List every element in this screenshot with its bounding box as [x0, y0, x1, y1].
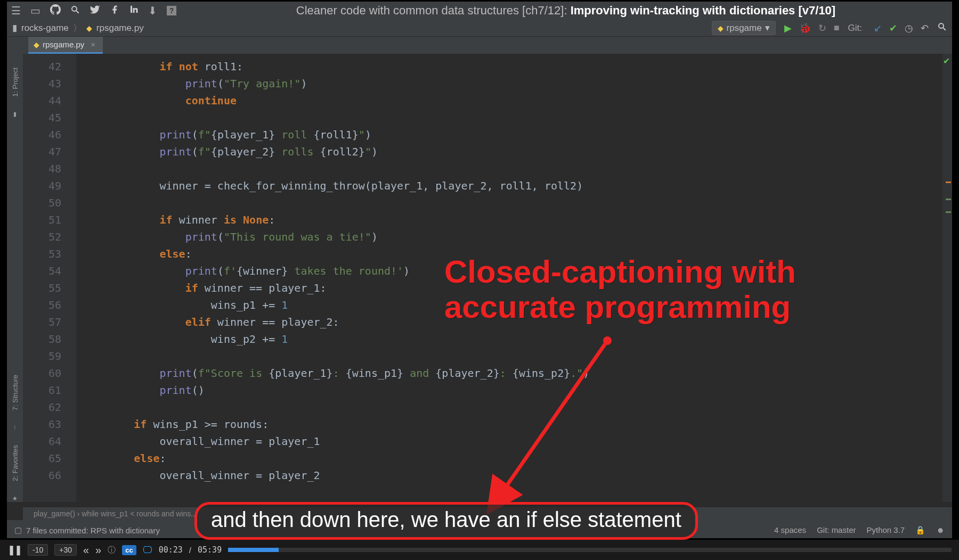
line-number: 59	[23, 348, 61, 365]
code-line	[83, 160, 942, 177]
code-line: overall_winner = player_1	[83, 433, 942, 450]
pause-button[interactable]: ❚❚	[7, 544, 21, 556]
help-icon[interactable]: ?	[167, 6, 176, 15]
code-breadcrumb-text: play_game() › while wins_p1 < rounds and…	[34, 509, 197, 518]
git-branch-status[interactable]: Git: master	[817, 525, 856, 535]
linkedin-icon[interactable]	[129, 5, 139, 17]
line-number: 46	[23, 126, 61, 143]
line-number: 64	[23, 433, 61, 450]
title-main: Improving win-tracking with dictionaries…	[571, 4, 836, 17]
progress-bar[interactable]	[228, 548, 952, 552]
search-icon[interactable]	[70, 5, 80, 17]
code-line: overall_winner = player_2	[83, 467, 942, 484]
svg-line-1	[76, 11, 79, 13]
book-icon[interactable]: ▭	[30, 4, 40, 17]
facebook-icon[interactable]	[110, 5, 119, 17]
code-line: if wins_p1 >= rounds:	[83, 416, 942, 433]
lock-icon[interactable]: 🔒	[915, 525, 925, 535]
svg-line-3	[943, 28, 946, 30]
breadcrumb-file[interactable]: rpsgame.py	[96, 23, 144, 34]
code-line: print(f"{player_2} rolls {roll2}")	[83, 143, 942, 160]
sidebar-structure[interactable]: 7: Structure	[11, 372, 19, 414]
closed-caption: and then down here, we have an if else s…	[194, 502, 698, 540]
video-player-bar: ❚❚ -10 +30 « » ⓘ cc 🖵 00:23 / 05:39	[0, 540, 959, 560]
svg-point-2	[939, 23, 944, 28]
code-line	[83, 194, 942, 211]
line-number: 52	[23, 228, 61, 245]
structure-icon[interactable]: ⁝	[14, 424, 16, 431]
video-title: Cleaner code with common data structures…	[184, 4, 948, 18]
tab-label: rpsgame.py	[43, 40, 84, 49]
editor-tabs: ◆ rpsgame.py ×	[7, 37, 952, 54]
code-line: print(f"{player_1} roll {roll1}")	[83, 126, 942, 143]
forward-30-button[interactable]: +30	[54, 544, 77, 556]
line-number: 62	[23, 399, 61, 416]
git-revert-icon[interactable]: ↶	[921, 22, 929, 34]
python-icon: ◆	[718, 24, 724, 32]
code-line: continue	[83, 92, 942, 109]
search-everywhere-icon[interactable]	[937, 22, 947, 34]
code-line: print("This round was a tie!")	[83, 228, 942, 245]
menu-icon[interactable]: ☰	[11, 4, 21, 17]
run-config-name: rpsgame	[727, 23, 762, 34]
git-commit-icon[interactable]: ✔	[889, 22, 897, 34]
python-file-icon: ◆	[34, 40, 39, 49]
cc-button[interactable]: cc	[122, 545, 136, 555]
commit-indicator-icon: ▢	[14, 525, 22, 535]
code-line: wins_p2 += 1	[83, 331, 942, 348]
display-icon[interactable]: 🖵	[143, 545, 152, 556]
sidebar-favorites[interactable]: 2: Favorites	[11, 442, 19, 484]
run-button[interactable]: ▶	[784, 22, 792, 34]
line-number: 54	[23, 262, 61, 279]
commit-message: 7 files committed: RPS with dictionary	[26, 526, 160, 535]
rerun-button[interactable]: ↻	[818, 22, 826, 34]
git-update-icon[interactable]: ↙	[874, 22, 882, 34]
line-number: 43	[23, 75, 61, 92]
back-10-button[interactable]: -10	[28, 544, 48, 556]
git-label: Git:	[848, 23, 862, 34]
line-number: 50	[23, 194, 61, 211]
folder-icon: ▮	[12, 22, 17, 34]
line-gutter: 4243444546474849505152535455565758596061…	[23, 54, 76, 502]
code-line	[83, 109, 942, 126]
line-number: 61	[23, 382, 61, 399]
line-number: 51	[23, 211, 61, 228]
line-number: 49	[23, 177, 61, 194]
download-icon[interactable]: ⬇	[148, 4, 157, 17]
caption-text: and then down here, we have an if else s…	[211, 508, 681, 531]
folder-tool-icon[interactable]: ▮	[13, 111, 17, 118]
breadcrumb-folder[interactable]: rocks-game	[21, 23, 69, 34]
hector-icon[interactable]: ☻	[936, 525, 945, 535]
line-number: 57	[23, 314, 61, 331]
close-tab-icon[interactable]: ×	[91, 40, 95, 49]
line-number: 48	[23, 160, 61, 177]
debug-button[interactable]: 🐞	[799, 22, 811, 34]
line-number: 66	[23, 467, 61, 484]
twitter-icon[interactable]	[90, 4, 100, 18]
prev-button[interactable]: «	[83, 544, 89, 556]
sidebar-project[interactable]: 1: Project	[11, 64, 19, 100]
code-line: if winner is None:	[83, 211, 942, 228]
indent-status[interactable]: 4 spaces	[774, 525, 806, 535]
code-line: print("Try again!")	[83, 75, 942, 92]
code-line: else:	[83, 450, 942, 467]
info-button[interactable]: ⓘ	[108, 545, 116, 555]
git-history-icon[interactable]: ◷	[905, 22, 913, 34]
next-button[interactable]: »	[95, 544, 101, 556]
run-toolbar: ▶ 🐞 ↻ ■	[780, 22, 844, 34]
stop-button[interactable]: ■	[834, 22, 840, 34]
chevron-down-icon: ▾	[765, 22, 770, 34]
current-time: 00:23	[159, 545, 183, 555]
code-line: winner = check_for_winning_throw(player_…	[83, 177, 942, 194]
inspection-ok-icon: ✔	[943, 56, 950, 66]
run-config-selector[interactable]: ◆ rpsgame ▾	[712, 21, 776, 35]
line-number: 47	[23, 143, 61, 160]
progress-fill	[228, 548, 279, 552]
line-number: 45	[23, 109, 61, 126]
github-icon[interactable]	[50, 4, 61, 18]
interpreter-status[interactable]: Python 3.7	[866, 525, 905, 535]
tab-rpsgame[interactable]: ◆ rpsgame.py ×	[28, 37, 103, 54]
annotation-line-1: Closed-captioning with	[444, 254, 796, 290]
left-tool-strip: 1: Project ▮ 7: Structure ⁝ 2: Favorites…	[7, 54, 23, 502]
star-icon[interactable]: ★	[12, 495, 18, 502]
